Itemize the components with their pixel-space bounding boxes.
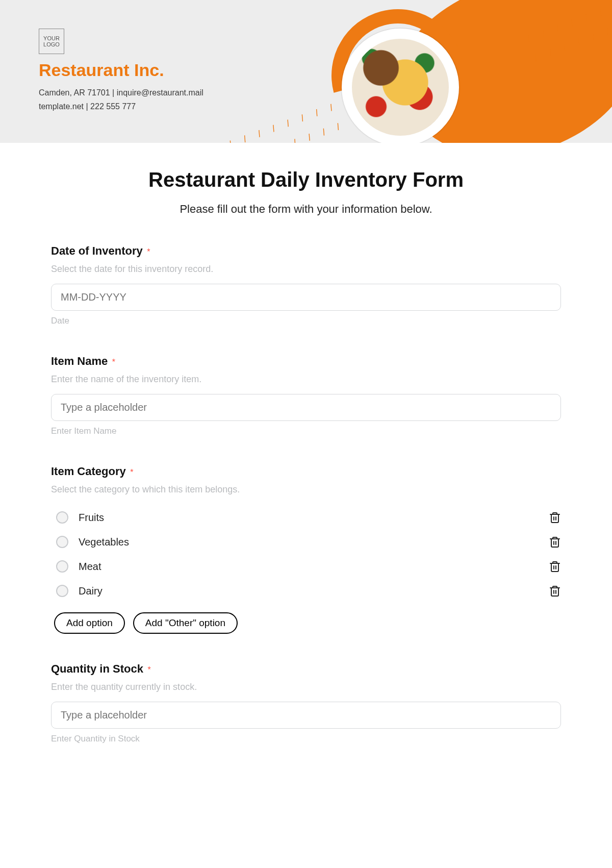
category-option-row: Fruits: [51, 505, 561, 530]
quantity-label: Quantity in Stock: [51, 662, 143, 675]
date-input[interactable]: [51, 284, 561, 311]
radio-icon[interactable]: [56, 511, 68, 524]
add-other-option-button[interactable]: Add "Other" option: [133, 612, 238, 634]
required-mark: *: [112, 358, 115, 366]
item-name-description: Enter the name of the inventory item.: [51, 374, 561, 385]
category-option-row: Meat: [51, 554, 561, 579]
item-name-under-label: Enter Item Name: [51, 426, 561, 436]
quantity-input[interactable]: [51, 702, 561, 729]
category-label: Item Category: [51, 465, 126, 478]
brand-name: Restaurant Inc.: [39, 60, 164, 80]
trash-icon[interactable]: [549, 585, 561, 597]
item-name-label: Item Name: [51, 355, 108, 367]
item-name-field: Item Name * Enter the name of the invent…: [51, 355, 561, 436]
form-container: Restaurant Daily Inventory Form Please f…: [0, 143, 612, 764]
category-option-label: Dairy: [79, 585, 103, 597]
category-field: Item Category * Select the category to w…: [51, 465, 561, 634]
radio-icon[interactable]: [56, 536, 68, 548]
form-title: Restaurant Daily Inventory Form: [51, 168, 561, 191]
trash-icon[interactable]: [549, 560, 561, 573]
date-field: Date of Inventory * Select the date for …: [51, 244, 561, 326]
category-option-label: Vegetables: [79, 536, 129, 548]
date-label: Date of Inventory: [51, 244, 143, 257]
radio-icon[interactable]: [56, 560, 68, 573]
logo-text: YOUR LOGO: [43, 35, 60, 47]
quantity-under-label: Enter Quantity in Stock: [51, 734, 561, 744]
category-option-row: Vegetables: [51, 530, 561, 554]
form-subtitle: Please fill out the form with your infor…: [51, 203, 561, 216]
food-plate-image: [342, 29, 459, 143]
category-option-label: Meat: [79, 561, 101, 573]
date-under-label: Date: [51, 316, 561, 326]
category-description: Select the category to which this item b…: [51, 484, 561, 495]
brand-contact-line: template.net | 222 555 777: [39, 100, 203, 113]
category-options-list: FruitsVegetablesMeatDairy: [51, 505, 561, 603]
radio-icon[interactable]: [56, 585, 68, 597]
item-name-input[interactable]: [51, 394, 561, 421]
quantity-field: Quantity in Stock * Enter the quantity c…: [51, 662, 561, 744]
brand-address: Camden, AR 71701 | inquire@restaurant.ma…: [39, 86, 203, 100]
logo-placeholder: YOUR LOGO: [39, 29, 64, 54]
brand-contact: Camden, AR 71701 | inquire@restaurant.ma…: [39, 86, 203, 113]
decorative-dashes: / / / / / / / / / / / / / / / /: [226, 96, 348, 143]
required-mark: *: [147, 247, 150, 256]
trash-icon[interactable]: [549, 511, 561, 524]
header-banner: / / / / / / / / / / / / / / / / / / / / …: [0, 0, 612, 143]
add-option-button[interactable]: Add option: [54, 612, 125, 634]
category-option-row: Dairy: [51, 579, 561, 603]
required-mark: *: [130, 468, 133, 477]
category-option-label: Fruits: [79, 512, 104, 524]
quantity-description: Enter the quantity currently in stock.: [51, 682, 561, 692]
date-description: Select the date for this inventory recor…: [51, 264, 561, 275]
required-mark: *: [147, 665, 150, 674]
trash-icon[interactable]: [549, 536, 561, 548]
